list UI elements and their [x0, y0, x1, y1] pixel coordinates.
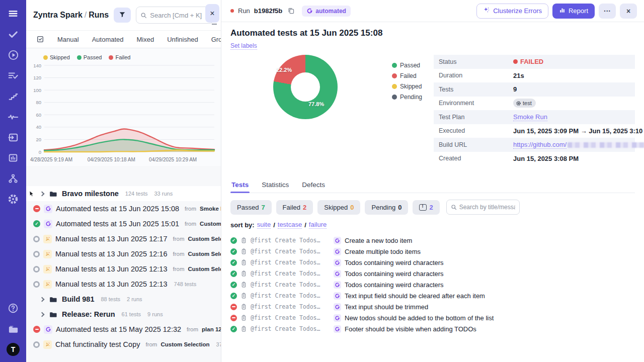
- sort-by-failure[interactable]: failure: [309, 221, 327, 229]
- failed-dot-icon: [513, 59, 518, 64]
- branches-icon[interactable]: [7, 172, 20, 185]
- search-icon: [140, 12, 147, 19]
- settings-gear-icon[interactable]: [7, 193, 20, 206]
- analytics-icon[interactable]: [7, 151, 20, 164]
- search-icon: [451, 204, 457, 210]
- clipboard-icon: [240, 303, 247, 310]
- chevron-right-icon[interactable]: [40, 312, 45, 317]
- suites-icon[interactable]: [7, 69, 20, 82]
- run-row[interactable]: Manual tests at 13 Jun 2025 12:13 fromCu…: [26, 261, 221, 277]
- test-row[interactable]: @first Create Todos… Todos containing we…: [230, 279, 635, 290]
- menu-icon[interactable]: [7, 7, 20, 20]
- svg-text:100: 100: [33, 87, 41, 93]
- panel-resize-handle[interactable]: [212, 23, 217, 25]
- status-failed-icon: [33, 205, 40, 212]
- status-passed-icon: [230, 259, 237, 266]
- tab-mixed[interactable]: Mixed: [137, 36, 154, 43]
- filter-comments-chip[interactable]: 2: [413, 200, 439, 215]
- run-row[interactable]: Manual tests at 13 Jun 2025 12:17 fromCu…: [26, 231, 221, 246]
- tab-statistics[interactable]: Statistics: [261, 176, 290, 193]
- runs-panel: Zyntra Spark/Runs × Manual Automated Mix…: [26, 0, 221, 362]
- test-row[interactable]: @first Create Todos… New todos should be…: [230, 312, 635, 323]
- clipboard-icon: [240, 292, 247, 299]
- projects-folder-icon[interactable]: [7, 322, 20, 335]
- automated-badge[interactable]: automated: [302, 6, 351, 17]
- automated-test-icon: [334, 237, 341, 244]
- legend-passed: Passed: [77, 54, 102, 60]
- report-button[interactable]: Report: [552, 4, 595, 19]
- filter-failed-chip[interactable]: Failed2: [276, 200, 313, 215]
- chevron-right-icon[interactable]: [40, 297, 45, 302]
- runs-list: Bravo milestone 124 tests33 runs Automat…: [26, 186, 221, 352]
- test-row[interactable]: @first Create Todos… Create multiple tod…: [230, 246, 635, 257]
- runs-search[interactable]: [136, 7, 214, 24]
- sort-by-suite[interactable]: suite: [257, 221, 271, 229]
- info-row-test-plan: Test Plan Smoke Run: [434, 110, 635, 124]
- runs-search-input[interactable]: [150, 12, 209, 19]
- close-run-button[interactable]: ×: [620, 4, 637, 19]
- area-chart: 020406080100120140: [29, 61, 216, 155]
- filter-pending-chip[interactable]: Pending0: [365, 200, 408, 215]
- app-logo[interactable]: T: [7, 343, 20, 356]
- runs-icon[interactable]: [7, 48, 20, 61]
- test-row[interactable]: @first Create Todos… Text input should b…: [230, 301, 635, 312]
- build-url-link[interactable]: https://github.com/: [513, 141, 567, 149]
- test-row[interactable]: @first Create Todos… Create a new todo i…: [230, 235, 635, 246]
- set-labels-link[interactable]: Set labels: [230, 42, 257, 50]
- folder-row[interactable]: Bravo milestone 124 tests33 runs: [26, 186, 221, 201]
- legend-skipped: Skipped: [392, 83, 422, 90]
- test-row[interactable]: @first Create Todos… Todos containing we…: [230, 257, 635, 268]
- run-row[interactable]: Manual tests at 13 Jun 2025 12:16 fromCu…: [26, 246, 221, 261]
- breadcrumb-project[interactable]: Zyntra Spark: [33, 11, 83, 19]
- filter-skipped-chip[interactable]: Skipped0: [317, 200, 360, 215]
- tests-check-icon[interactable]: [7, 28, 20, 41]
- tab-tests[interactable]: Tests: [230, 176, 250, 193]
- automated-run-icon: [44, 325, 52, 334]
- tab-unfinished[interactable]: Unfinished: [167, 36, 198, 43]
- tests-search-input[interactable]: [459, 204, 515, 211]
- clusterize-errors-button[interactable]: Clusterize Errors: [476, 4, 548, 19]
- run-id: b1982f5b: [254, 7, 282, 15]
- run-row[interactable]: Manual tests at 13 Jun 2025 12:13 748 te…: [26, 277, 221, 292]
- collapse-panel-button[interactable]: ×: [205, 4, 219, 23]
- steps-icon[interactable]: [7, 89, 20, 103]
- run-row[interactable]: Automated tests at 15 Jun 2025 15:01 fro…: [26, 216, 221, 231]
- run-row[interactable]: Automated tests at 15 May 2025 12:32 fro…: [26, 322, 221, 337]
- copy-icon[interactable]: [287, 7, 295, 15]
- tab-automated[interactable]: Automated: [92, 36, 124, 43]
- chevron-right-icon[interactable]: [40, 191, 45, 196]
- tab-groups[interactable]: Groups: [211, 36, 221, 43]
- clipboard-icon: [240, 237, 247, 244]
- sparkle-icon: [483, 7, 490, 15]
- filter-passed-chip[interactable]: Passed7: [230, 200, 272, 215]
- donut-hole: [291, 72, 320, 102]
- tab-manual[interactable]: Manual: [57, 36, 79, 43]
- test-row[interactable]: @first Create Todos… Footer should be vi…: [230, 323, 635, 334]
- run-detail-panel: Run b1982f5b automated Clusterize Errors…: [221, 0, 644, 362]
- run-detail-tabs: Tests Statistics Defects: [230, 176, 635, 193]
- run-row[interactable]: Chat functinality test Copy fromCustom S…: [26, 337, 221, 352]
- more-button[interactable]: ···: [599, 4, 616, 19]
- topbar-actions: Clusterize Errors Report ··· ×: [476, 4, 637, 19]
- info-row-environment: Environment test: [434, 97, 635, 111]
- results-donut-chart: 22.2% 77.8%: [273, 55, 338, 119]
- test-row[interactable]: @first Create Todos… Todos containing we…: [230, 268, 635, 279]
- status-passed-icon: [230, 293, 237, 299]
- help-icon[interactable]: [7, 302, 20, 315]
- folder-row[interactable]: Build 981 88 tests2 runs: [26, 292, 221, 307]
- run-row[interactable]: Automated tests at 15 Jun 2025 15:08 fro…: [26, 201, 221, 216]
- tab-defects[interactable]: Defects: [301, 176, 326, 193]
- filter-button[interactable]: [114, 8, 131, 23]
- sort-by-testcase[interactable]: testcase: [278, 221, 302, 229]
- status-progress-icon: [33, 251, 40, 257]
- svg-text:20: 20: [36, 137, 41, 142]
- test-plan-link[interactable]: Smoke Run: [513, 113, 547, 121]
- select-all-icon[interactable]: [36, 35, 44, 43]
- import-icon[interactable]: [7, 131, 20, 144]
- folder-row[interactable]: Release: Rerun 61 tests9 runs: [26, 307, 221, 322]
- pulse-icon[interactable]: [7, 110, 20, 123]
- legend-passed: Passed: [392, 62, 422, 69]
- test-row[interactable]: @first Create Todos… Text input field sh…: [230, 290, 635, 301]
- run-label: Run: [238, 7, 250, 15]
- tests-search[interactable]: [446, 200, 520, 215]
